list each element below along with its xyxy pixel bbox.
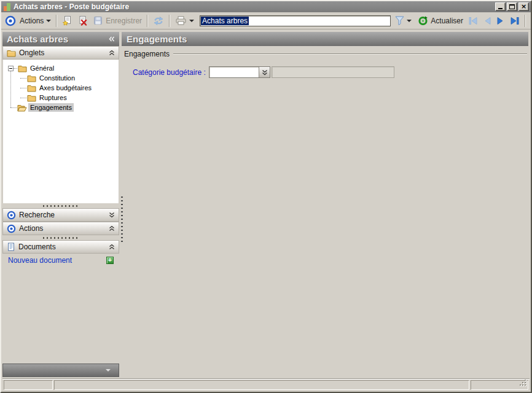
panel-label-documents: Documents	[18, 243, 56, 251]
target-icon	[5, 15, 16, 26]
tree-item-label: Axes budgétaires	[37, 84, 93, 92]
save-button-label: Enregistrer	[106, 17, 142, 25]
print-options-chevron-icon	[189, 20, 194, 22]
resize-grip-icon[interactable]	[520, 379, 527, 389]
toolbar-separator	[169, 15, 170, 27]
tree-item-engagements[interactable]: Engagements	[10, 103, 119, 112]
groupbox-border-line	[173, 53, 527, 55]
collapse-panel-icon[interactable]	[109, 244, 115, 250]
panel-header-recherche[interactable]: Recherche	[2, 208, 119, 222]
delete-document-icon	[77, 15, 88, 26]
actions-menu-button[interactable]: Actions	[17, 15, 53, 26]
panel-header-onglets[interactable]: Onglets	[2, 46, 119, 60]
folder-icon	[18, 64, 27, 72]
first-record-button[interactable]	[466, 15, 480, 27]
panel-label-recherche: Recherche	[19, 211, 55, 219]
tree-connector-line	[10, 69, 11, 107]
refresh-arrows-icon	[153, 16, 164, 26]
collapse-node-icon[interactable]	[8, 66, 14, 71]
category-detail-field	[272, 66, 394, 78]
collapse-panel-icon[interactable]	[109, 225, 115, 232]
tree-item-constitution[interactable]: Constitution	[20, 73, 119, 83]
tree-item-ruptures[interactable]: Ruptures	[20, 93, 119, 103]
first-record-icon	[467, 16, 479, 26]
sidebar-splitter[interactable]	[2, 203, 119, 208]
close-icon: ×	[521, 3, 526, 10]
collapse-panel-icon[interactable]	[109, 50, 115, 56]
next-record-icon	[496, 16, 506, 26]
refresh-record-button[interactable]: Actualiser	[415, 14, 466, 27]
filter-button[interactable]	[394, 14, 405, 27]
record-title-input[interactable]: Achats arbres	[200, 15, 391, 26]
filter-funnel-icon	[394, 15, 405, 26]
previous-record-icon	[482, 16, 492, 26]
window-title: Achats arbres - Poste budgétaire	[14, 2, 129, 11]
app-window: Achats arbres - Poste budgétaire × Actio…	[0, 0, 532, 393]
tree-item-axes-budgetaires[interactable]: Axes budgétaires	[20, 83, 119, 93]
printer-icon	[175, 16, 187, 25]
sidebar-splitter[interactable]	[2, 235, 119, 240]
combobox-dropdown-button[interactable]	[259, 67, 270, 77]
category-combobox-value	[209, 67, 259, 77]
minimize-button[interactable]	[495, 2, 506, 11]
new-document-link[interactable]: Nouveau document	[8, 256, 72, 265]
sidebar-empty-space	[2, 267, 119, 364]
onglets-tree: Général Constitution Axes budgétaires	[2, 60, 119, 203]
target-icon	[7, 211, 16, 220]
main-header-title: Engagements	[127, 34, 187, 44]
chevron-down-icon	[106, 369, 111, 372]
splitter-grip-icon	[43, 237, 79, 239]
new-record-button[interactable]	[60, 14, 75, 27]
open-folder-icon	[17, 104, 27, 112]
panel-header-documents[interactable]: Documents	[2, 240, 119, 254]
toolbar-separator	[147, 15, 148, 27]
main-content: Engagements Engagements Catégorie budgét…	[122, 31, 528, 377]
save-button[interactable]: Enregistrer	[90, 14, 144, 27]
collapse-sidebar-button[interactable]	[108, 36, 115, 42]
main-header: Engagements	[122, 32, 528, 46]
minimize-icon	[498, 8, 503, 9]
filter-options-button[interactable]	[405, 18, 413, 23]
category-field-label: Catégorie budgétaire :	[133, 68, 209, 77]
refresh-data-button[interactable]	[151, 15, 166, 27]
folder-icon	[27, 84, 36, 92]
add-document-button[interactable]: +	[106, 257, 114, 264]
sidebar-title-bar: Achats arbres	[2, 32, 119, 46]
toolbar: Actions Enregistrer	[1, 12, 531, 29]
new-document-icon	[62, 15, 72, 26]
maximize-icon	[509, 4, 515, 9]
print-button[interactable]	[173, 15, 197, 26]
tree-item-label: Ruptures	[37, 93, 69, 102]
delete-record-button[interactable]	[75, 14, 90, 27]
next-record-button[interactable]	[494, 15, 507, 27]
tree-item-general[interactable]: Général	[3, 63, 119, 73]
category-field-row: Catégorie budgétaire :	[124, 66, 527, 78]
maximize-button[interactable]	[507, 2, 517, 11]
panel-label-actions: Actions	[19, 224, 43, 233]
category-combobox[interactable]	[209, 66, 270, 78]
expand-panel-icon[interactable]	[109, 212, 115, 218]
close-button[interactable]: ×	[518, 2, 529, 11]
actions-menu-label: Actions	[20, 17, 44, 25]
folder-icon	[7, 49, 16, 57]
sidebar-bottom-bar[interactable]	[2, 364, 119, 377]
toolbar-separator	[525, 15, 526, 27]
target-icon	[7, 224, 16, 233]
folder-icon	[27, 94, 36, 102]
sidebar: Achats arbres Onglets Général	[2, 31, 119, 377]
document-icon	[7, 243, 15, 251]
previous-record-button[interactable]	[480, 15, 494, 27]
last-record-icon	[509, 16, 520, 26]
chevron-down-icon	[407, 20, 412, 22]
last-record-button[interactable]	[507, 15, 522, 27]
app-icon	[3, 3, 11, 11]
sidebar-title: Achats arbres	[7, 34, 68, 44]
statusbar-panel-right	[471, 380, 528, 390]
save-icon	[93, 15, 103, 26]
panel-header-actions[interactable]: Actions	[2, 222, 119, 235]
titlebar: Achats arbres - Poste budgétaire ×	[1, 1, 531, 12]
statusbar-panel-left	[4, 380, 53, 390]
engagements-groupbox: Engagements Catégorie budgétaire :	[124, 50, 527, 78]
chevron-down-icon	[46, 20, 51, 22]
actualiser-icon	[418, 15, 428, 26]
